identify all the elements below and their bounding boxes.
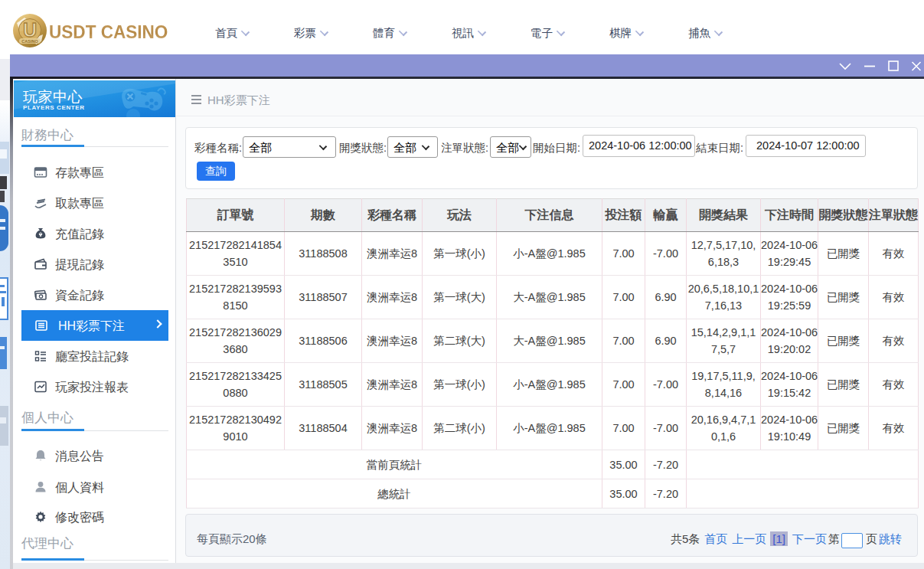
svg-text:CASINO: CASINO [21,39,38,44]
svg-text:U: U [23,19,37,41]
